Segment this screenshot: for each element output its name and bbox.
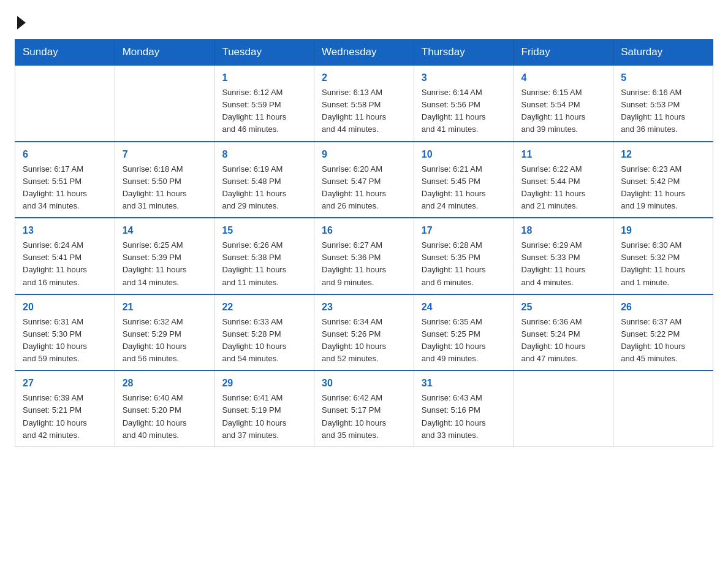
weekday-header-wednesday: Wednesday: [314, 40, 414, 66]
day-info: Sunrise: 6:15 AM Sunset: 5:54 PM Dayligh…: [521, 86, 606, 136]
weekday-header-sunday: Sunday: [15, 40, 115, 66]
calendar-cell: 21Sunrise: 6:32 AM Sunset: 5:29 PM Dayli…: [115, 294, 214, 371]
day-number: 16: [322, 223, 406, 238]
calendar-cell: 29Sunrise: 6:41 AM Sunset: 5:19 PM Dayli…: [214, 370, 314, 446]
day-number: 20: [23, 300, 107, 315]
day-number: 8: [222, 147, 306, 162]
day-number: 10: [422, 147, 506, 162]
day-info: Sunrise: 6:31 AM Sunset: 5:30 PM Dayligh…: [23, 316, 107, 366]
day-number: 17: [422, 223, 506, 238]
calendar-cell: 25Sunrise: 6:36 AM Sunset: 5:24 PM Dayli…: [514, 294, 613, 371]
day-number: 11: [521, 147, 606, 162]
weekday-header-monday: Monday: [115, 40, 214, 66]
day-info: Sunrise: 6:42 AM Sunset: 5:17 PM Dayligh…: [322, 392, 406, 442]
calendar-cell: 27Sunrise: 6:39 AM Sunset: 5:21 PM Dayli…: [15, 370, 115, 446]
calendar-cell: 15Sunrise: 6:26 AM Sunset: 5:38 PM Dayli…: [214, 218, 314, 294]
day-info: Sunrise: 6:19 AM Sunset: 5:48 PM Dayligh…: [222, 163, 306, 213]
weekday-header-row: SundayMondayTuesdayWednesdayThursdayFrid…: [15, 40, 713, 66]
day-info: Sunrise: 6:41 AM Sunset: 5:19 PM Dayligh…: [222, 392, 306, 442]
calendar-cell: 5Sunrise: 6:16 AM Sunset: 5:53 PM Daylig…: [613, 65, 713, 142]
day-info: Sunrise: 6:30 AM Sunset: 5:32 PM Dayligh…: [621, 239, 705, 289]
calendar-cell: 10Sunrise: 6:21 AM Sunset: 5:45 PM Dayli…: [414, 142, 514, 218]
day-info: Sunrise: 6:13 AM Sunset: 5:58 PM Dayligh…: [322, 86, 406, 136]
calendar-week-row: 27Sunrise: 6:39 AM Sunset: 5:21 PM Dayli…: [15, 370, 713, 446]
weekday-header-thursday: Thursday: [414, 40, 514, 66]
calendar-cell: 6Sunrise: 6:17 AM Sunset: 5:51 PM Daylig…: [15, 142, 115, 218]
calendar-cell: 14Sunrise: 6:25 AM Sunset: 5:39 PM Dayli…: [115, 218, 214, 294]
logo-arrow-icon: [17, 16, 26, 29]
calendar-cell: 2Sunrise: 6:13 AM Sunset: 5:58 PM Daylig…: [314, 65, 414, 142]
calendar-cell: 11Sunrise: 6:22 AM Sunset: 5:44 PM Dayli…: [514, 142, 613, 218]
weekday-header-friday: Friday: [514, 40, 613, 66]
calendar-cell: 3Sunrise: 6:14 AM Sunset: 5:56 PM Daylig…: [414, 65, 514, 142]
day-number: 2: [322, 71, 406, 85]
day-number: 22: [222, 300, 306, 315]
weekday-header-tuesday: Tuesday: [214, 40, 314, 66]
day-number: 13: [23, 223, 107, 238]
calendar-cell: 19Sunrise: 6:30 AM Sunset: 5:32 PM Dayli…: [613, 218, 713, 294]
day-number: 29: [222, 376, 306, 391]
day-number: 12: [621, 147, 705, 162]
calendar-cell: 16Sunrise: 6:27 AM Sunset: 5:36 PM Dayli…: [314, 218, 414, 294]
day-info: Sunrise: 6:26 AM Sunset: 5:38 PM Dayligh…: [222, 239, 306, 289]
day-number: 5: [621, 71, 705, 85]
calendar-cell: 28Sunrise: 6:40 AM Sunset: 5:20 PM Dayli…: [115, 370, 214, 446]
calendar-cell: 31Sunrise: 6:43 AM Sunset: 5:16 PM Dayli…: [414, 370, 514, 446]
calendar-cell: [613, 370, 713, 446]
day-info: Sunrise: 6:27 AM Sunset: 5:36 PM Dayligh…: [322, 239, 406, 289]
calendar-cell: 23Sunrise: 6:34 AM Sunset: 5:26 PM Dayli…: [314, 294, 414, 371]
day-number: 18: [521, 223, 606, 238]
day-number: 14: [123, 223, 207, 238]
calendar-cell: 9Sunrise: 6:20 AM Sunset: 5:47 PM Daylig…: [314, 142, 414, 218]
day-info: Sunrise: 6:37 AM Sunset: 5:22 PM Dayligh…: [621, 316, 705, 366]
day-info: Sunrise: 6:34 AM Sunset: 5:26 PM Dayligh…: [322, 316, 406, 366]
calendar-week-row: 13Sunrise: 6:24 AM Sunset: 5:41 PM Dayli…: [15, 218, 713, 294]
day-number: 9: [322, 147, 406, 162]
day-info: Sunrise: 6:23 AM Sunset: 5:42 PM Dayligh…: [621, 163, 705, 213]
calendar-cell: 12Sunrise: 6:23 AM Sunset: 5:42 PM Dayli…: [613, 142, 713, 218]
calendar-week-row: 20Sunrise: 6:31 AM Sunset: 5:30 PM Dayli…: [15, 294, 713, 371]
day-info: Sunrise: 6:17 AM Sunset: 5:51 PM Dayligh…: [23, 163, 107, 213]
day-number: 3: [422, 71, 506, 85]
calendar-cell: 7Sunrise: 6:18 AM Sunset: 5:50 PM Daylig…: [115, 142, 214, 218]
weekday-header-saturday: Saturday: [613, 40, 713, 66]
calendar-cell: [514, 370, 613, 446]
calendar-week-row: 6Sunrise: 6:17 AM Sunset: 5:51 PM Daylig…: [15, 142, 713, 218]
calendar-table: SundayMondayTuesdayWednesdayThursdayFrid…: [15, 39, 713, 447]
day-info: Sunrise: 6:20 AM Sunset: 5:47 PM Dayligh…: [322, 163, 406, 213]
day-info: Sunrise: 6:43 AM Sunset: 5:16 PM Dayligh…: [422, 392, 506, 442]
day-number: 30: [322, 376, 406, 391]
calendar-cell: 8Sunrise: 6:19 AM Sunset: 5:48 PM Daylig…: [214, 142, 314, 218]
day-info: Sunrise: 6:35 AM Sunset: 5:25 PM Dayligh…: [422, 316, 506, 366]
page-header: [15, 15, 713, 29]
calendar-cell: [15, 65, 115, 142]
calendar-week-row: 1Sunrise: 6:12 AM Sunset: 5:59 PM Daylig…: [15, 65, 713, 142]
calendar-cell: 24Sunrise: 6:35 AM Sunset: 5:25 PM Dayli…: [414, 294, 514, 371]
day-info: Sunrise: 6:22 AM Sunset: 5:44 PM Dayligh…: [521, 163, 606, 213]
day-info: Sunrise: 6:29 AM Sunset: 5:33 PM Dayligh…: [521, 239, 606, 289]
day-number: 25: [521, 300, 606, 315]
day-info: Sunrise: 6:21 AM Sunset: 5:45 PM Dayligh…: [422, 163, 506, 213]
day-info: Sunrise: 6:25 AM Sunset: 5:39 PM Dayligh…: [123, 239, 207, 289]
day-info: Sunrise: 6:16 AM Sunset: 5:53 PM Dayligh…: [621, 86, 705, 136]
calendar-cell: 26Sunrise: 6:37 AM Sunset: 5:22 PM Dayli…: [613, 294, 713, 371]
day-number: 21: [123, 300, 207, 315]
calendar-cell: 20Sunrise: 6:31 AM Sunset: 5:30 PM Dayli…: [15, 294, 115, 371]
day-info: Sunrise: 6:28 AM Sunset: 5:35 PM Dayligh…: [422, 239, 506, 289]
day-number: 27: [23, 376, 107, 391]
day-number: 23: [322, 300, 406, 315]
day-info: Sunrise: 6:12 AM Sunset: 5:59 PM Dayligh…: [222, 86, 306, 136]
calendar-cell: 1Sunrise: 6:12 AM Sunset: 5:59 PM Daylig…: [214, 65, 314, 142]
calendar-cell: 13Sunrise: 6:24 AM Sunset: 5:41 PM Dayli…: [15, 218, 115, 294]
day-info: Sunrise: 6:32 AM Sunset: 5:29 PM Dayligh…: [123, 316, 207, 366]
day-number: 31: [422, 376, 506, 391]
day-number: 28: [123, 376, 207, 391]
day-number: 24: [422, 300, 506, 315]
calendar-cell: 30Sunrise: 6:42 AM Sunset: 5:17 PM Dayli…: [314, 370, 414, 446]
day-info: Sunrise: 6:39 AM Sunset: 5:21 PM Dayligh…: [23, 392, 107, 442]
day-info: Sunrise: 6:33 AM Sunset: 5:28 PM Dayligh…: [222, 316, 306, 366]
day-number: 7: [123, 147, 207, 162]
calendar-cell: 17Sunrise: 6:28 AM Sunset: 5:35 PM Dayli…: [414, 218, 514, 294]
day-info: Sunrise: 6:40 AM Sunset: 5:20 PM Dayligh…: [123, 392, 207, 442]
day-info: Sunrise: 6:24 AM Sunset: 5:41 PM Dayligh…: [23, 239, 107, 289]
